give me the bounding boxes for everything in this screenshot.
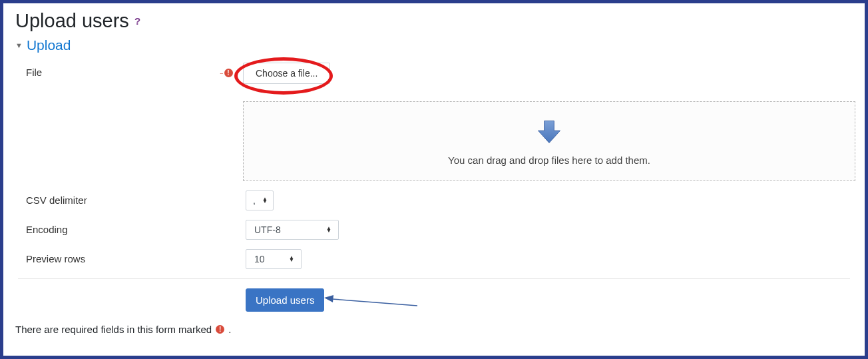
help-icon[interactable]: ? — [134, 15, 140, 27]
csv-delimiter-label: CSV delimiter — [26, 190, 246, 206]
choose-file-button[interactable]: Choose a file... — [243, 63, 330, 84]
required-icon: ! — [224, 69, 233, 77]
select-caret-icon: ▲▼ — [262, 198, 268, 203]
csv-delimiter-select[interactable]: , ▲▼ — [246, 190, 274, 210]
page-title-text: Upload users — [15, 10, 129, 32]
select-caret-icon: ▲▼ — [326, 227, 331, 232]
select-caret-icon: ▲▼ — [289, 256, 294, 262]
caret-down-icon: ▼ — [15, 41, 23, 49]
download-arrow-icon — [535, 117, 564, 147]
file-control: ··· ! Choose a file... You can d — [243, 63, 855, 181]
preview-rows-label: Preview rows — [26, 249, 246, 264]
dropzone-text: You can drag and drop files here to add … — [448, 155, 650, 166]
csv-delimiter-value: , — [253, 195, 256, 206]
form-row-encoding: Encoding UTF-8 ▲▼ — [13, 220, 855, 240]
required-dots: ··· — [220, 70, 223, 77]
encoding-value: UTF-8 — [254, 224, 281, 235]
required-note-suffix: . — [228, 324, 231, 335]
svg-marker-1 — [324, 295, 333, 302]
form-row-preview-rows: Preview rows 10 ▲▼ — [13, 249, 855, 269]
file-dropzone[interactable]: You can drag and drop files here to add … — [243, 101, 855, 181]
section-title: Upload — [27, 37, 71, 53]
encoding-label: Encoding — [26, 220, 246, 235]
page-frame: Upload users ? ▼ Upload File ··· ! Choos… — [0, 0, 868, 359]
svg-line-0 — [332, 299, 417, 306]
submit-row: Upload users — [13, 288, 855, 312]
upload-users-button[interactable]: Upload users — [246, 288, 324, 312]
preview-rows-select[interactable]: 10 ▲▼ — [246, 249, 302, 269]
required-indicator: ··· ! — [220, 69, 233, 77]
required-fields-note: There are required fields in this form m… — [13, 324, 855, 335]
divider — [18, 278, 850, 279]
form-row-csv-delimiter: CSV delimiter , ▲▼ — [13, 190, 855, 210]
section-toggle-upload[interactable]: ▼ Upload — [13, 37, 855, 53]
required-note-prefix: There are required fields in this form m… — [15, 324, 212, 335]
annotation-arrow-icon — [324, 295, 417, 311]
form-row-file: File ··· ! Choose a file... — [13, 63, 855, 181]
file-label: File — [26, 63, 243, 78]
required-icon: ! — [216, 325, 224, 334]
encoding-select[interactable]: UTF-8 ▲▼ — [246, 220, 339, 240]
preview-rows-value: 10 — [254, 254, 265, 264]
page-title: Upload users ? — [13, 10, 855, 32]
